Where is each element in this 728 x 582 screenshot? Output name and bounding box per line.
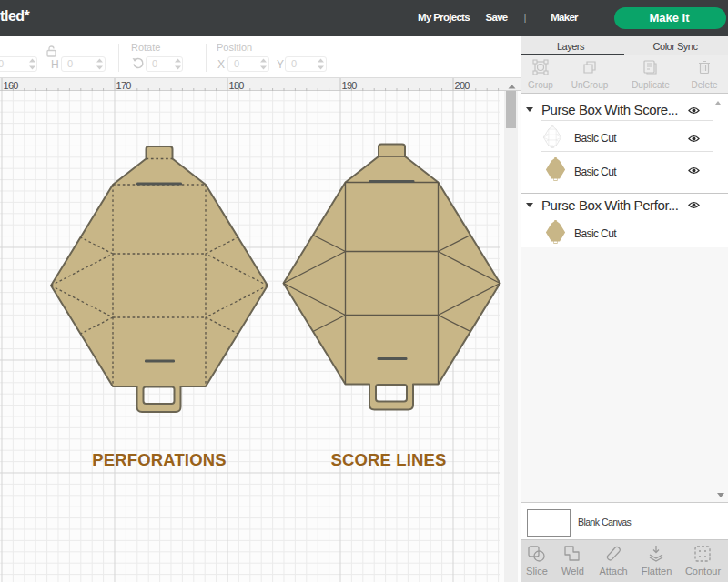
svg-text:170: 170 [116, 80, 132, 91]
svg-text:180: 180 [229, 80, 245, 91]
svg-text:SCORE LINES: SCORE LINES [330, 450, 446, 469]
svg-text:200: 200 [455, 80, 470, 91]
svg-text:160: 160 [4, 80, 19, 91]
svg-text:190: 190 [342, 80, 358, 91]
svg-text:PERFORATIONS: PERFORATIONS [92, 450, 226, 469]
